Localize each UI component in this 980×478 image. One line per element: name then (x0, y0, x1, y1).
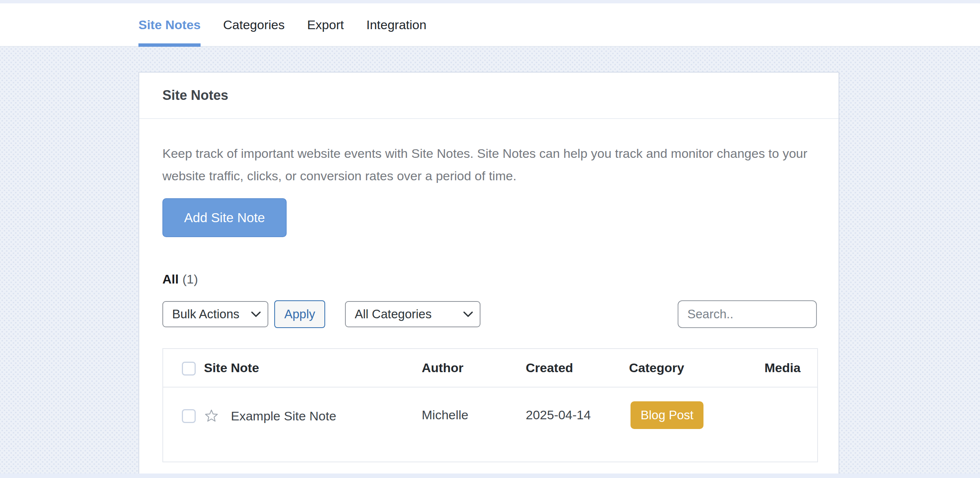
category-badge[interactable]: Blog Post (630, 401, 703, 429)
tab-export[interactable]: Export (307, 3, 344, 46)
column-header-site-note[interactable]: Site Note (196, 349, 422, 387)
favorite-star-icon[interactable] (204, 408, 219, 423)
tab-integration[interactable]: Integration (366, 3, 426, 46)
filter-all-label[interactable]: All (162, 272, 178, 286)
site-notes-table: Site Note Author Created Category Media (162, 348, 818, 462)
chevron-down-icon (251, 311, 261, 318)
column-header-media: Media (764, 349, 818, 387)
top-strip (0, 0, 980, 3)
bottom-strip (0, 473, 980, 478)
bulk-actions-select[interactable]: Bulk Actions (162, 301, 268, 327)
filter-toolbar: Bulk Actions Apply All Categories (162, 300, 817, 328)
tab-categories[interactable]: Categories (223, 3, 285, 46)
column-header-created[interactable]: Created (526, 349, 629, 387)
settings-tab-bar: Site Notes Categories Export Integration (0, 3, 980, 47)
note-media (764, 387, 818, 462)
column-header-category: Category (629, 349, 764, 387)
note-created-date: 2025-04-14 (526, 387, 629, 462)
category-filter-label: All Categories (355, 307, 431, 321)
page-background: Site Notes Keep track of important websi… (0, 47, 980, 478)
list-filter-status: All(1) (162, 272, 817, 287)
column-header-author[interactable]: Author (422, 349, 526, 387)
note-title[interactable]: Example Site Note (231, 409, 336, 423)
apply-button[interactable]: Apply (274, 300, 325, 328)
select-all-checkbox[interactable] (182, 362, 196, 376)
filter-all-count: (1) (182, 272, 198, 286)
bulk-actions-label: Bulk Actions (172, 307, 239, 321)
category-filter-select[interactable]: All Categories (345, 301, 480, 327)
add-site-note-button[interactable]: Add Site Note (162, 198, 286, 237)
card-body: Keep track of important website events w… (139, 119, 838, 462)
table-row: Example Site Note Michelle 2025-04-14 Bl… (163, 387, 818, 462)
card-title: Site Notes (139, 73, 838, 119)
row-checkbox[interactable] (182, 409, 196, 423)
search-input[interactable] (678, 300, 817, 328)
site-notes-card: Site Notes Keep track of important websi… (138, 72, 839, 478)
note-author: Michelle (422, 387, 526, 462)
chevron-down-icon (463, 311, 473, 318)
tab-site-notes[interactable]: Site Notes (138, 3, 200, 46)
table-header-row: Site Note Author Created Category Media (163, 349, 818, 387)
site-notes-description: Keep track of important website events w… (162, 142, 817, 187)
